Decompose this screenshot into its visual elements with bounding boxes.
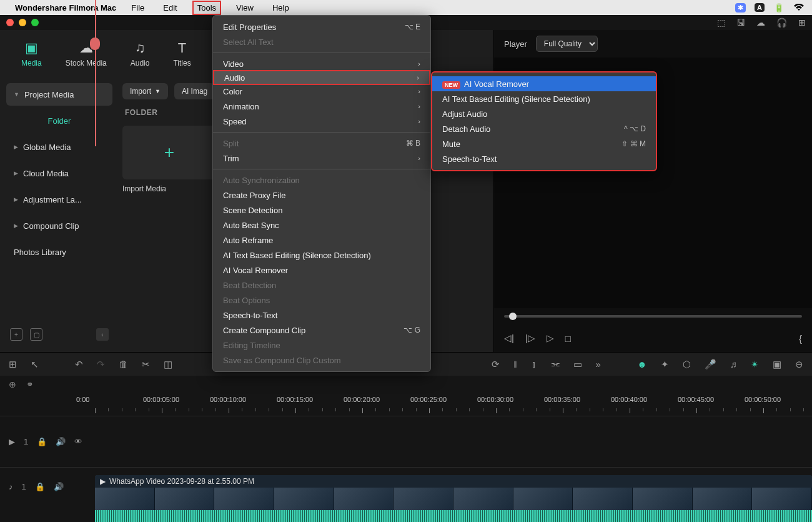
sidebar-item-photos-library[interactable]: Photos Library (6, 241, 112, 263)
lock-icon[interactable]: 🔒 (35, 482, 45, 491)
menu-help[interactable]: Help (269, 2, 293, 14)
pointer-tool-icon[interactable]: ↖ (31, 359, 39, 370)
menu-item: Beat Options (213, 293, 430, 308)
menu-edit[interactable]: Edit (159, 2, 181, 14)
headphones-icon[interactable]: 🎧 (776, 18, 787, 28)
playhead[interactable] (95, 0, 96, 146)
submenu-item[interactable]: Speech-to-Text (432, 151, 656, 166)
menu-item[interactable]: Create Proxy File (213, 188, 430, 203)
menu-item[interactable]: Auto Reframe (213, 233, 430, 248)
new-folder-icon[interactable]: + (10, 328, 22, 341)
zoom-out-icon[interactable]: ⊖ (795, 359, 803, 370)
import-button[interactable]: Import▼ (122, 83, 168, 99)
expand-button[interactable]: { (799, 333, 802, 344)
stop-button[interactable]: □ (565, 333, 571, 344)
shield-icon[interactable]: ⬡ (683, 359, 691, 370)
cloud-upload-icon[interactable]: ☁ (756, 18, 765, 28)
ai-face-icon[interactable]: ☻ (637, 359, 647, 369)
sidebar-item-adjustment-layer[interactable]: ▶Adjustment La... (6, 188, 112, 211)
battery-icon[interactable]: 🔋 (773, 3, 785, 13)
adjust-icon[interactable]: ⟳ (492, 359, 500, 370)
menu-item[interactable]: AI Vocal Remover (213, 263, 430, 278)
render-icon[interactable]: ▣ (773, 359, 781, 370)
link-icon[interactable]: ⫘ (550, 359, 560, 369)
ruler-label: 00:00:40:00 (611, 396, 647, 403)
sidebar-item-compound-clip[interactable]: ▶Compound Clip (6, 214, 112, 237)
player-scrubber[interactable] (504, 315, 802, 318)
equalizer-icon[interactable]: ⫿ (532, 359, 537, 369)
close-window-button[interactable] (6, 19, 14, 26)
submenu-item[interactable]: AI Text Based Editing (Silence Detection… (432, 91, 656, 106)
sidebar-item-global-media[interactable]: ▶Global Media (6, 136, 112, 158)
eye-icon[interactable]: 👁 (74, 437, 82, 446)
undo-button[interactable]: ↶ (75, 359, 83, 370)
menu-item[interactable]: Audio› (213, 70, 430, 85)
menu-item[interactable]: Trim› (213, 151, 430, 166)
next-frame-button[interactable]: |▷ (525, 333, 535, 344)
sidebar-item-folder[interactable]: Folder (6, 109, 112, 132)
import-media-tile[interactable]: + (122, 126, 216, 179)
menu-item[interactable]: Color› (213, 84, 430, 99)
redo-button[interactable]: ↷ (97, 359, 105, 370)
ai-image-button[interactable]: AI Imag (174, 83, 215, 99)
more-icon[interactable]: » (596, 359, 601, 369)
crop-button[interactable]: ◫ (164, 359, 172, 370)
mixer-icon[interactable]: ⫴ (513, 359, 518, 370)
display-icon[interactable]: ⬚ (717, 18, 725, 28)
menu-file[interactable]: File (127, 2, 148, 14)
timeline-ruler[interactable]: 0:0000:00:05:0000:00:10:0000:00:15:0000:… (0, 393, 812, 416)
grid-icon[interactable]: ⊞ (798, 18, 806, 28)
volume-icon[interactable]: 🔊 (54, 482, 64, 491)
cut-button[interactable]: ✂ (142, 359, 150, 370)
menu-item[interactable]: Edit Properties⌥ E (213, 19, 430, 34)
submenu-item[interactable]: Mute⇧ ⌘ M (432, 136, 656, 151)
add-track-icon[interactable]: ⊕ (9, 379, 16, 389)
menu-item[interactable]: Create Compound Clip⌥ G (213, 323, 430, 338)
menu-item[interactable]: Speech-to-Text (213, 308, 430, 323)
maximize-window-button[interactable] (31, 19, 39, 26)
menu-item[interactable]: Speed› (213, 114, 430, 129)
save-icon[interactable]: 🖫 (736, 18, 745, 28)
delete-button[interactable]: 🗑 (119, 359, 128, 369)
tab-stock-media[interactable]: ☁Stock Media (66, 40, 107, 68)
system-tray: ✱ A 🔋 (735, 3, 805, 13)
audio-track-icon: ♪ (9, 482, 13, 491)
submenu-item[interactable]: Adjust Audio (432, 106, 656, 121)
tray-input-icon[interactable]: A (755, 3, 765, 12)
submenu-item[interactable]: NEWAI Vocal Remover (432, 76, 656, 91)
ruler-label: 00:00:10:00 (210, 396, 246, 403)
sidebar-item-cloud-media[interactable]: ▶Cloud Media (6, 162, 112, 184)
plus-icon: + (164, 143, 174, 163)
menu-view[interactable]: View (232, 2, 257, 14)
quality-select[interactable]: Full Quality (536, 36, 598, 52)
submenu-item[interactable]: Detach Audio^ ⌥ D (432, 121, 656, 136)
scrubber-knob[interactable] (509, 313, 517, 320)
lock-icon[interactable]: 🔒 (37, 437, 47, 446)
volume-icon[interactable]: 🔊 (56, 437, 66, 446)
sparkle-icon[interactable]: ✦ (661, 359, 669, 370)
grid-tool-icon[interactable]: ⊞ (9, 359, 17, 370)
tab-titles[interactable]: TTitles (173, 40, 191, 68)
marker-icon[interactable]: ✴ (751, 359, 759, 370)
subtitle-icon[interactable]: ▭ (573, 359, 582, 370)
sidebar-item-project-media[interactable]: ▼Project Media (6, 83, 112, 106)
music-icon[interactable]: ♬ (730, 359, 737, 369)
wifi-icon[interactable] (793, 3, 805, 13)
minimize-window-button[interactable] (19, 19, 26, 26)
prev-frame-button[interactable]: ◁| (504, 333, 514, 344)
timeline-clip[interactable]: ▶ WhatsApp Video 2023-09-28 at 2.55.00 P… (95, 475, 812, 522)
menu-item[interactable]: Video› (213, 56, 430, 71)
menu-item[interactable]: Animation› (213, 99, 430, 114)
folder-icon[interactable]: ▢ (30, 328, 42, 341)
tray-app-icon[interactable]: ✱ (735, 3, 746, 13)
tab-audio[interactable]: ♫Audio (131, 40, 150, 68)
tab-media[interactable]: ▣Media (21, 40, 42, 68)
collapse-sidebar-button[interactable]: ‹ (96, 328, 109, 341)
magnet-icon[interactable]: ⚭ (26, 379, 34, 389)
menu-item[interactable]: AI Text Based Editing (Silence Detection… (213, 248, 430, 263)
menu-item[interactable]: Scene Detection (213, 203, 430, 218)
play-button[interactable]: ▷ (547, 333, 554, 344)
mic-icon[interactable]: 🎤 (705, 359, 716, 370)
menu-tools[interactable]: Tools (192, 1, 221, 15)
menu-item[interactable]: Auto Beat Sync (213, 218, 430, 233)
